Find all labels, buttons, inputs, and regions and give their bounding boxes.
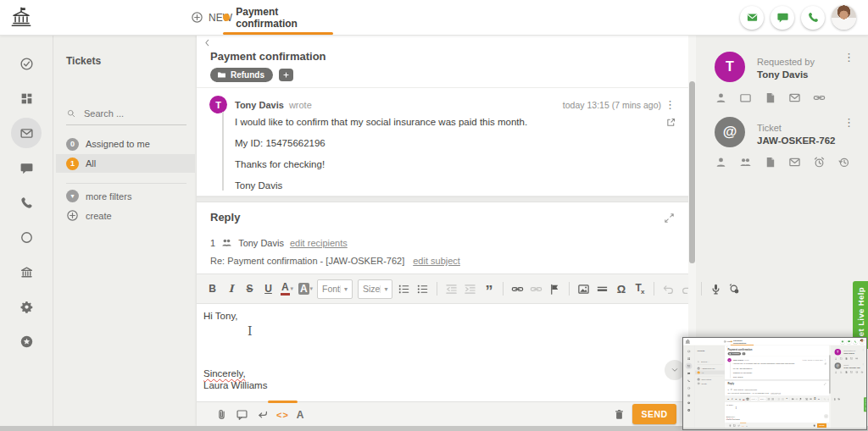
toolbar-separator: [569, 282, 570, 296]
open-in-new-icon[interactable]: [665, 117, 676, 128]
code-view-icon[interactable]: <>: [276, 408, 289, 421]
unlink-icon[interactable]: [527, 280, 545, 298]
special-character-icon[interactable]: Ω: [612, 280, 630, 298]
filter-label: Assigned to me: [86, 139, 150, 149]
agent-avatar[interactable]: [832, 5, 856, 30]
filter-all[interactable]: 1 All: [56, 154, 195, 173]
open-ticket-dot-icon: [223, 14, 230, 21]
bullet-list-icon[interactable]: [414, 280, 431, 298]
text-style-icon[interactable]: A: [297, 408, 304, 421]
flag-icon[interactable]: [546, 280, 564, 298]
ticket-group-icon[interactable]: [739, 156, 752, 169]
font-family-select[interactable]: Font ▾: [317, 279, 353, 299]
add-tag-button[interactable]: [279, 69, 293, 81]
phone-icon: [807, 11, 820, 24]
more-filters-button[interactable]: ▾ more filters: [66, 190, 131, 202]
rail-portal-icon[interactable]: [11, 257, 42, 287]
back-button[interactable]: [202, 37, 213, 48]
message-paragraph: Thanks for checking!: [235, 159, 527, 169]
tag-refunds[interactable]: Refunds: [210, 68, 273, 82]
message-timestamp: today 13:15 (7 mins ago): [563, 100, 661, 110]
requester-avatar[interactable]: T: [715, 52, 745, 82]
filter-assigned-to-me[interactable]: 0 Assigned to me: [56, 135, 195, 153]
undo-icon[interactable]: [659, 280, 677, 298]
strikethrough-icon[interactable]: S: [241, 280, 259, 298]
text-color-icon[interactable]: A: [278, 280, 296, 298]
ticket-avatar[interactable]: @: [715, 117, 745, 147]
wrote-label: wrote: [289, 100, 312, 110]
link-icon[interactable]: [509, 280, 526, 298]
image-icon[interactable]: [575, 280, 593, 298]
create-filter-button[interactable]: create: [66, 209, 112, 222]
new-call-button[interactable]: [801, 6, 825, 30]
contact-menu-icon[interactable]: ⋮: [843, 52, 854, 63]
font-size-select[interactable]: Size ▾: [358, 279, 392, 299]
underline-icon[interactable]: U: [259, 280, 277, 298]
chat-icon: [776, 11, 789, 24]
new-chat-button[interactable]: [771, 6, 794, 30]
editor-toolbar: BISUAA Font ▾ Size ▾ ”ΩTx: [197, 274, 688, 304]
subject-text: Re: Payment confirmation - [JAW-OSKER-76…: [210, 256, 404, 266]
ordered-list-icon[interactable]: [395, 280, 413, 298]
send-button[interactable]: SEND: [632, 404, 676, 424]
nav-rail: [0, 35, 53, 426]
main-scrollbar-thumb[interactable]: [689, 81, 695, 263]
editor-footer: SEND <>A: [197, 401, 688, 427]
ticket-email-icon[interactable]: [788, 156, 801, 169]
contact-email-icon[interactable]: [788, 91, 801, 104]
contact-note-icon[interactable]: [764, 91, 776, 104]
horizontal-rule-icon[interactable]: [593, 280, 611, 298]
rail-social-icon[interactable]: [11, 222, 42, 252]
plus-circle-icon: [191, 11, 203, 24]
expand-editor-icon[interactable]: [664, 213, 675, 224]
message-paragraph: I would like to confirm that my social i…: [235, 117, 527, 127]
size-select-label: Size: [363, 284, 380, 294]
section-divider: [197, 196, 688, 202]
author-name: Tony Davis: [235, 100, 284, 110]
contact-card-icon[interactable]: [739, 91, 752, 104]
reply-editor[interactable]: Hi Tony, I Sincerely, Laura Williams: [197, 304, 688, 401]
text-cursor: I: [248, 324, 253, 338]
outdent-icon[interactable]: [442, 280, 460, 298]
rail-chats-icon[interactable]: [11, 152, 42, 183]
ticket-history-icon[interactable]: [837, 156, 850, 169]
reply-mode-icon[interactable]: [256, 408, 269, 421]
search-input[interactable]: [82, 108, 179, 119]
edit-recipients-link[interactable]: edit recipients: [290, 238, 348, 248]
toolbar-separator: [503, 282, 504, 296]
indent-icon[interactable]: [461, 280, 479, 298]
attachment-icon[interactable]: [215, 408, 228, 421]
blockquote-icon[interactable]: ”: [480, 277, 498, 301]
remove-format-icon[interactable]: Tx: [631, 280, 648, 298]
screen-preview-content: NEW Payment confirmation: [683, 338, 867, 429]
chevron-down-icon: ▾: [66, 190, 79, 202]
ticket-note-icon[interactable]: [764, 156, 776, 169]
ticket-contact-icon[interactable]: [715, 156, 727, 169]
rail-help-icon[interactable]: [11, 326, 42, 356]
rail-tickets-icon[interactable]: [11, 118, 42, 148]
canned-note-icon[interactable]: [236, 408, 248, 421]
bold-icon[interactable]: B: [203, 280, 221, 298]
rail-resolve-icon[interactable]: [11, 48, 42, 79]
edit-subject-link[interactable]: edit subject: [413, 256, 460, 266]
italic-icon[interactable]: I: [222, 280, 240, 298]
signature-line: Sincerely,: [203, 367, 267, 379]
tickets-panel-title: Tickets: [66, 55, 101, 67]
app-logo[interactable]: [8, 5, 34, 30]
screen-preview[interactable]: NEW Payment confirmation: [682, 337, 867, 430]
new-email-button[interactable]: [740, 6, 764, 30]
ticket-reminder-icon[interactable]: [813, 156, 826, 169]
message-menu-icon[interactable]: ⋮: [665, 99, 676, 110]
recipients-count: 1: [210, 238, 215, 248]
rail-calls-icon[interactable]: [11, 187, 42, 218]
ticket-menu-icon[interactable]: ⋮: [843, 117, 854, 128]
font-select-label: Font: [322, 284, 340, 294]
discard-draft-icon[interactable]: [613, 408, 626, 421]
contact-link-icon[interactable]: [813, 91, 826, 104]
tab-payment-confirmation[interactable]: Payment confirmation: [223, 0, 333, 35]
rail-dashboard-icon[interactable]: [11, 83, 42, 113]
contact-profile-icon[interactable]: [715, 91, 727, 104]
background-color-icon[interactable]: A: [297, 280, 314, 298]
active-tab-label: Payment confirmation: [236, 6, 333, 30]
rail-settings-icon[interactable]: [11, 291, 42, 322]
